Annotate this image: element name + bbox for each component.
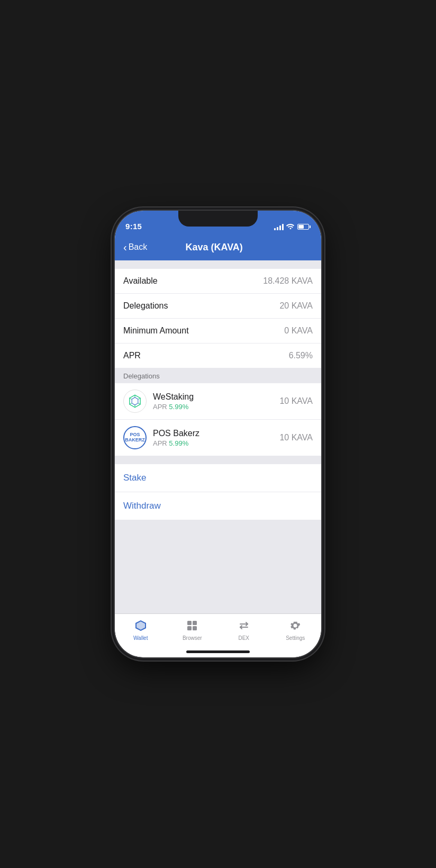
bottom-spacer (115, 520, 321, 613)
tab-wallet[interactable]: Wallet (115, 618, 167, 641)
apr-value: 6.59% (289, 351, 313, 360)
wallet-tab-label: Wallet (133, 635, 148, 641)
delegations-section: WeStaking APR 5.99% 10 KAVA POSBAKERZ PO… (115, 383, 321, 456)
available-label: Available (123, 276, 158, 286)
minimum-amount-value: 0 KAVA (284, 326, 313, 336)
home-indicator (186, 650, 250, 653)
info-section: Available 18.428 KAVA Delegations 20 KAV… (115, 269, 321, 368)
main-content: Available 18.428 KAVA Delegations 20 KAV… (115, 260, 321, 613)
pos-bakerz-apr: APR 5.99% (153, 439, 273, 447)
svg-rect-9 (193, 621, 197, 625)
status-icons (274, 223, 311, 231)
pos-bakerz-logo-text: POSBAKERZ (125, 432, 145, 443)
section-spacer-top (115, 260, 321, 269)
apr-row: APR 6.59% (115, 343, 321, 368)
tab-dex[interactable]: DEX (218, 618, 270, 641)
battery-icon (297, 224, 311, 230)
westaking-logo (123, 390, 147, 413)
dex-icon (237, 618, 251, 633)
minimum-amount-row: Minimum Amount 0 KAVA (115, 319, 321, 343)
dex-tab-label: DEX (238, 635, 249, 641)
westaking-name: WeStaking (153, 392, 273, 402)
wifi-icon (286, 223, 295, 231)
stake-label: Stake (123, 473, 146, 483)
svg-rect-11 (193, 626, 197, 630)
tab-settings[interactable]: Settings (270, 618, 322, 641)
pos-bakerz-apr-value: 5.99% (169, 439, 188, 447)
delegations-section-header: Delegations (115, 368, 321, 383)
withdraw-button[interactable]: Withdraw (115, 492, 321, 520)
browser-tab-label: Browser (183, 635, 202, 641)
stake-button[interactable]: Stake (115, 464, 321, 492)
page-title: Kava (KAVA) (147, 242, 281, 253)
svg-rect-10 (187, 626, 192, 630)
status-time: 9:15 (125, 222, 142, 231)
westaking-apr: APR 5.99% (153, 403, 273, 411)
delegations-row: Delegations 20 KAVA (115, 294, 321, 319)
settings-tab-label: Settings (286, 635, 305, 641)
back-chevron-icon: ‹ (123, 242, 127, 252)
tab-browser[interactable]: Browser (167, 618, 219, 641)
withdraw-label: Withdraw (123, 501, 161, 511)
back-button[interactable]: ‹ Back (123, 242, 147, 252)
pos-bakerz-row[interactable]: POSBAKERZ POS Bakerz APR 5.99% 10 KAVA (115, 420, 321, 456)
delegations-label: Delegations (123, 301, 168, 311)
available-value: 18.428 KAVA (263, 276, 313, 286)
minimum-amount-label: Minimum Amount (123, 326, 189, 336)
tab-bar: Wallet Browser (115, 613, 321, 657)
svg-marker-1 (132, 397, 138, 405)
pos-bakerz-logo: POSBAKERZ (123, 426, 147, 449)
westaking-amount: 10 KAVA (279, 396, 313, 406)
svg-rect-8 (187, 621, 192, 625)
settings-icon (288, 618, 303, 633)
pos-bakerz-info: POS Bakerz APR 5.99% (153, 429, 273, 447)
westaking-apr-value: 5.99% (169, 403, 188, 411)
pos-bakerz-amount: 10 KAVA (279, 433, 313, 442)
browser-icon (185, 618, 199, 633)
nav-bar: ‹ Back Kava (KAVA) (115, 234, 321, 260)
available-row: Available 18.428 KAVA (115, 269, 321, 294)
actions-section: Stake Withdraw (115, 464, 321, 520)
section-spacer-actions (115, 456, 321, 464)
back-label: Back (129, 242, 148, 252)
westaking-info: WeStaking APR 5.99% (153, 392, 273, 411)
westaking-row[interactable]: WeStaking APR 5.99% 10 KAVA (115, 383, 321, 420)
pos-bakerz-name: POS Bakerz (153, 429, 273, 438)
delegations-value: 20 KAVA (279, 301, 313, 311)
wallet-icon (133, 618, 148, 633)
signal-bars-icon (274, 224, 284, 230)
apr-label: APR (123, 351, 141, 360)
